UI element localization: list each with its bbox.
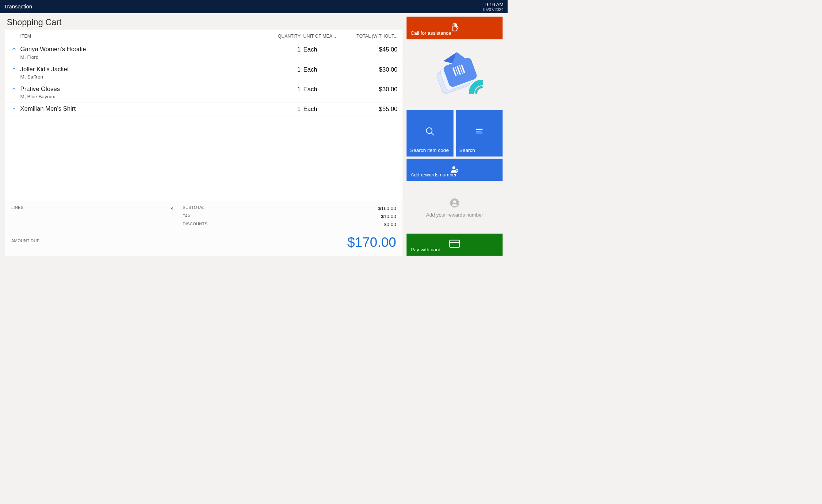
lines-value: 4: [171, 206, 174, 211]
item-qty: 1: [264, 85, 301, 93]
add-rewards-button[interactable]: Add rewards number: [406, 159, 502, 181]
rewards-prompt: Add your rewards number: [406, 186, 502, 231]
svg-point-8: [426, 128, 432, 134]
rewards-prompt-text: Add your rewards number: [426, 212, 483, 218]
discounts-label: DISCOUNTS: [183, 222, 207, 228]
item-total: $45.00: [346, 46, 398, 53]
item-unit: Each: [301, 46, 346, 53]
item-unit: Each: [301, 105, 346, 112]
cart-table: ITEM QUANTITY UNIT OF MEA... TOTAL (WITH…: [5, 30, 403, 202]
item-unit: Each: [301, 66, 346, 73]
amount-due-label: AMOUNT DUE: [11, 238, 40, 243]
item-variant: M, Saffron: [20, 74, 265, 80]
totals-panel: LINES 4 AMOUNT DUE SUBTOTAL $160.00 TAX …: [5, 201, 403, 256]
item-qty: 1: [264, 66, 301, 73]
pay-with-card-button[interactable]: Pay with card: [406, 234, 502, 256]
lines-label: LINES: [11, 206, 24, 211]
item-total: $55.00: [346, 105, 398, 112]
search-item-code-button[interactable]: Search item code: [406, 110, 453, 156]
call-assistance-label: Call for assistance: [410, 30, 451, 36]
table-row[interactable]: Prative GlovesM, Blue Bayoux1Each$30.00: [5, 83, 403, 103]
item-variant: M, Blue Bayoux: [20, 94, 265, 100]
person-icon: [450, 198, 459, 209]
chevron-up-icon[interactable]: [8, 66, 20, 73]
search-icon: [425, 127, 435, 138]
hand-icon: [450, 22, 459, 33]
item-name: Xemilian Men's Shirt: [20, 105, 265, 112]
item-qty: 1: [264, 46, 301, 53]
discounts-value: $0.00: [384, 222, 396, 228]
svg-line-9: [431, 133, 434, 135]
item-qty: 1: [264, 105, 301, 112]
svg-rect-17: [450, 240, 459, 248]
table-row[interactable]: Gariya Women's HoodieM, Fiord1Each$45.00: [5, 43, 403, 63]
clock-area: 9:16 AM 05/07/2024: [483, 1, 504, 11]
item-total: $30.00: [346, 85, 398, 93]
window-title: Transaction: [4, 3, 32, 9]
table-row[interactable]: Joller Kid's JacketM, Saffron1Each$30.00: [5, 63, 403, 83]
item-unit: Each: [301, 85, 346, 93]
pay-label: Pay with card: [410, 247, 440, 253]
table-row[interactable]: Xemilian Men's Shirt1Each$55.00: [5, 103, 403, 116]
menu-icon: [475, 127, 484, 137]
tax-value: $10.00: [381, 214, 396, 219]
page-title: Shopping Cart: [7, 18, 403, 27]
card-icon: [449, 240, 460, 249]
topbar: Transaction 9:16 AM 05/07/2024: [0, 0, 508, 13]
add-rewards-label: Add rewards number: [410, 172, 456, 178]
svg-point-13: [452, 166, 455, 169]
subtotal-value: $160.00: [378, 206, 396, 211]
chevron-up-icon[interactable]: [8, 85, 20, 92]
amount-due-value: $170.00: [347, 234, 396, 249]
col-total: TOTAL (WITHOUT...: [346, 34, 398, 39]
search-button[interactable]: Search: [456, 110, 502, 156]
scan-illustration: [406, 42, 502, 107]
call-assistance-button[interactable]: Call for assistance: [406, 17, 502, 39]
clock-date: 05/07/2024: [483, 7, 504, 11]
item-total: $30.00: [346, 66, 398, 73]
tax-label: TAX: [183, 214, 191, 219]
subtotal-label: SUBTOTAL: [183, 206, 204, 211]
search-item-code-label: Search item code: [410, 148, 449, 153]
chevron-down-icon[interactable]: [8, 105, 20, 112]
col-item: ITEM: [20, 34, 265, 39]
item-name: Joller Kid's Jacket: [20, 66, 265, 73]
item-name: Prative Gloves: [20, 85, 265, 92]
col-quantity: QUANTITY: [264, 34, 301, 39]
item-name: Gariya Women's Hoodie: [20, 46, 265, 53]
svg-point-16: [453, 201, 456, 203]
chevron-up-icon[interactable]: [8, 46, 20, 53]
clock-time: 9:16 AM: [483, 1, 504, 7]
col-unit: UNIT OF MEA...: [301, 34, 346, 39]
search-label: Search: [459, 148, 475, 153]
item-variant: M, Fiord: [20, 54, 265, 60]
